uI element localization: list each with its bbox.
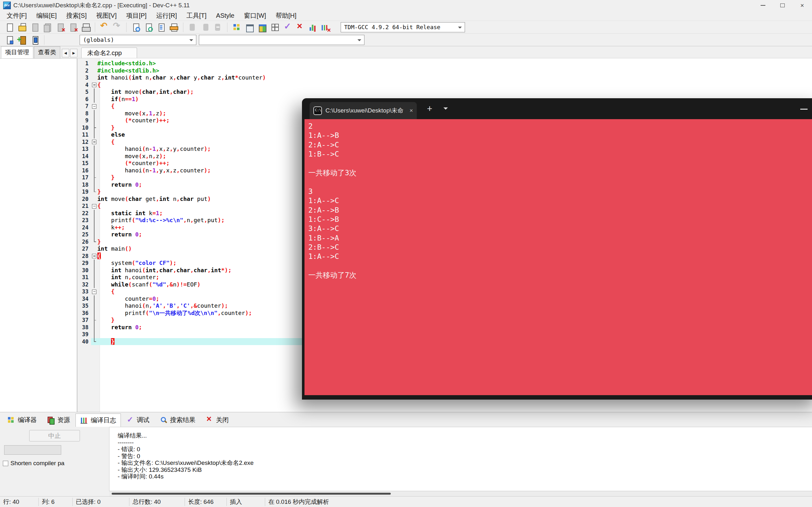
shorten-paths-label: Shorten compiler pa bbox=[10, 460, 64, 467]
open-button[interactable] bbox=[16, 22, 29, 33]
log-h-scrollbar-thumb[interactable] bbox=[112, 493, 391, 495]
compile-run-button[interactable] bbox=[256, 22, 268, 33]
forward-button[interactable] bbox=[199, 22, 212, 33]
save-all-button[interactable] bbox=[41, 22, 54, 33]
goto-line-button[interactable] bbox=[155, 22, 167, 33]
fold-line bbox=[91, 160, 97, 167]
status-segment-5: 插入 bbox=[227, 498, 265, 506]
fold-toggle-icon[interactable] bbox=[91, 81, 97, 89]
redo-button[interactable] bbox=[111, 22, 123, 33]
fold-toggle-icon[interactable] bbox=[91, 252, 97, 260]
compile-log-line: 编译结果... bbox=[118, 432, 812, 439]
maximize-button[interactable] bbox=[773, 0, 792, 11]
terminal-tab-close-icon[interactable]: × bbox=[409, 107, 413, 114]
terminal-title-bar[interactable]: C:\Users\xuwei\Desktop\未命 × + bbox=[302, 98, 812, 119]
run-button[interactable] bbox=[243, 22, 256, 33]
rebuild-all-button[interactable] bbox=[268, 22, 281, 33]
fold-toggle-icon[interactable] bbox=[91, 288, 97, 295]
project-tree-panel[interactable] bbox=[0, 58, 78, 412]
cmd-icon bbox=[313, 107, 322, 115]
bottom-tab-search-results[interactable]: 搜索结果 bbox=[155, 413, 200, 427]
fold-line bbox=[91, 117, 97, 124]
toolbar-separator bbox=[95, 22, 95, 32]
compiler-select[interactable]: TDM-GCC 4.9.2 64-bit Release bbox=[341, 22, 465, 32]
menu-item-run[interactable]: 运行[R] bbox=[151, 11, 182, 20]
find-button[interactable] bbox=[130, 22, 142, 33]
stop-execution-icon bbox=[296, 23, 305, 32]
fold-toggle-icon[interactable] bbox=[91, 138, 97, 146]
goto-bookmark-button[interactable] bbox=[29, 35, 41, 45]
bottom-tab-resources[interactable]: 资源 bbox=[42, 413, 75, 427]
globals-select[interactable]: (globals) bbox=[80, 35, 196, 45]
editor-tab[interactable]: 未命名2.cpp bbox=[81, 48, 137, 58]
fold-line bbox=[91, 231, 97, 238]
abort-button[interactable]: 中止 bbox=[29, 430, 80, 441]
fold-toggle-icon[interactable] bbox=[91, 103, 97, 110]
scroll-tabs-left-button[interactable]: ◀ bbox=[62, 49, 69, 57]
terminal-tab-dropdown-icon[interactable] bbox=[444, 107, 448, 112]
save-button[interactable] bbox=[29, 22, 41, 33]
swap-header-source-button[interactable] bbox=[167, 22, 180, 33]
menu-item-tools[interactable]: 工具[T] bbox=[182, 11, 211, 20]
delete-profiling-button[interactable] bbox=[319, 22, 332, 33]
fold-toggle-icon[interactable] bbox=[91, 203, 97, 210]
menu-item-astyle[interactable]: AStyle bbox=[211, 12, 239, 19]
add-bookmark-button[interactable] bbox=[16, 35, 29, 45]
terminal-new-tab-button[interactable]: + bbox=[427, 104, 432, 114]
sidebar-tab-project-manager[interactable]: 项目管理 bbox=[1, 46, 33, 58]
menu-item-project[interactable]: 项目[P] bbox=[121, 11, 151, 20]
line-number: 34 bbox=[78, 295, 91, 302]
forward-icon bbox=[201, 23, 210, 32]
stop-execution-button[interactable] bbox=[294, 22, 306, 33]
menu-item-help[interactable]: 帮助[H] bbox=[271, 11, 301, 20]
menu-item-window[interactable]: 窗口[W] bbox=[239, 11, 271, 20]
scroll-tabs-right-button[interactable]: ▶ bbox=[70, 49, 78, 57]
bottom-tab-compiler[interactable]: 编译器 bbox=[3, 413, 42, 427]
print-button[interactable] bbox=[79, 22, 92, 33]
terminal-window[interactable]: C:\Users\xuwei\Desktop\未命 × + 21:A-->B2:… bbox=[302, 98, 812, 400]
syntax-check-button[interactable] bbox=[281, 22, 294, 33]
replace-button[interactable] bbox=[142, 22, 155, 33]
menu-item-file[interactable]: 文件[F] bbox=[2, 11, 32, 20]
close-icon bbox=[206, 416, 213, 424]
bottom-tab-debug[interactable]: 调试 bbox=[121, 413, 154, 427]
line-number: 13 bbox=[78, 146, 91, 153]
fold-line bbox=[91, 131, 97, 138]
new-source-button[interactable] bbox=[3, 22, 16, 33]
menu-item-edit[interactable]: 编辑[E] bbox=[32, 11, 61, 20]
line-number: 29 bbox=[78, 260, 91, 267]
close-all-button[interactable] bbox=[67, 22, 79, 33]
abort-button[interactable] bbox=[212, 22, 224, 33]
compile-log-line: - 输出大小: 129.365234375 KiB bbox=[118, 466, 812, 473]
close-icon: × bbox=[800, 2, 804, 9]
line-number: 40 bbox=[78, 338, 91, 345]
fold-line bbox=[91, 295, 97, 302]
sidebar-tab-class-browser[interactable]: 查看类 bbox=[34, 46, 60, 58]
terminal-output[interactable]: 21:A-->B2:A-->C1:B-->C 一共移动了3次 31:A-->C2… bbox=[305, 119, 812, 395]
close-icon bbox=[56, 23, 65, 32]
profile-button[interactable] bbox=[306, 22, 319, 33]
shorten-paths-checkbox[interactable] bbox=[3, 461, 8, 466]
close-button[interactable] bbox=[54, 22, 67, 33]
terminal-minimize-button[interactable] bbox=[800, 109, 808, 110]
code-line-3: 3int hanoi(int n,char x,char y,char z,in… bbox=[78, 74, 812, 81]
log-h-scrollbar[interactable] bbox=[109, 491, 812, 496]
fold-line bbox=[91, 89, 97, 96]
fold-line bbox=[91, 110, 97, 117]
line-number: 24 bbox=[78, 224, 91, 231]
minimize-button[interactable] bbox=[753, 0, 773, 11]
bottom-tab-close[interactable]: 关闭 bbox=[201, 413, 234, 427]
members-select[interactable] bbox=[199, 35, 364, 45]
bottom-tab-compile-log[interactable]: 编译日志 bbox=[75, 413, 121, 427]
goto-bookmark-icon bbox=[31, 36, 39, 44]
back-button[interactable] bbox=[186, 22, 199, 33]
document-tab-bar: 未命名2.cpp bbox=[78, 46, 812, 58]
terminal-tab[interactable]: C:\Users\xuwei\Desktop\未命 × bbox=[310, 102, 417, 119]
undo-button[interactable] bbox=[98, 22, 111, 33]
compile-button[interactable] bbox=[230, 22, 243, 33]
menu-item-view[interactable]: 视图[V] bbox=[91, 11, 121, 20]
fold-line bbox=[91, 167, 97, 174]
menu-item-search[interactable]: 搜索[S] bbox=[61, 11, 91, 20]
close-button[interactable]: × bbox=[792, 0, 812, 11]
insert-snippet-button[interactable] bbox=[3, 35, 16, 45]
